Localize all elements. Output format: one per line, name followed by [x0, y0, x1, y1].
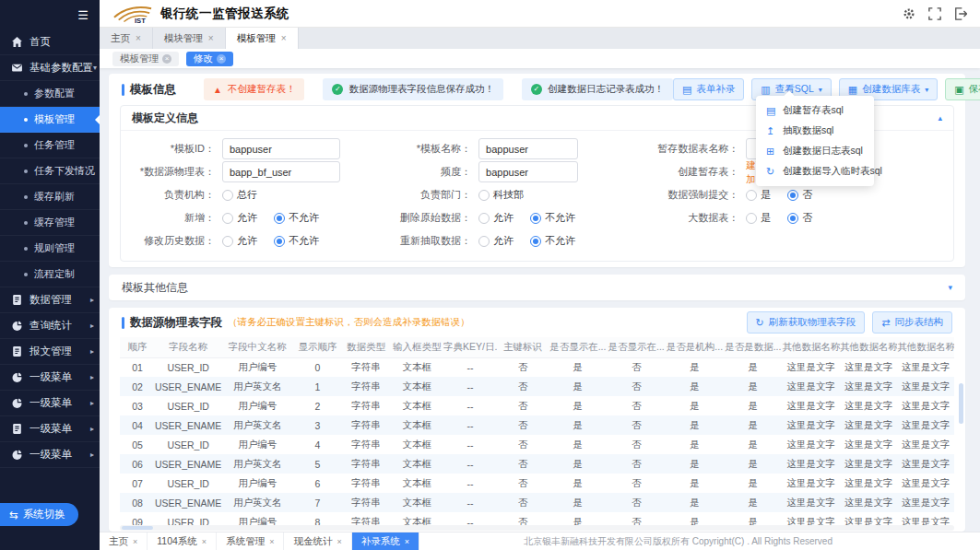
- doc-icon: [11, 423, 23, 435]
- radio-icon[interactable]: [222, 213, 233, 224]
- sidebar-item[interactable]: 一级菜单▸: [0, 442, 100, 468]
- close-icon[interactable]: ×: [405, 537, 409, 546]
- radio-icon[interactable]: [530, 236, 541, 247]
- radio-option[interactable]: 允许: [222, 211, 257, 225]
- sidebar-item[interactable]: 报文管理▸: [0, 339, 100, 365]
- logout-icon[interactable]: [954, 7, 967, 20]
- footer-tab[interactable]: 补录系统×: [352, 532, 419, 550]
- table-row[interactable]: 08USER_ENAME用户英文名7字符串文本框--否是否是是这里是文字这里是文…: [120, 493, 954, 512]
- radio-icon[interactable]: [274, 236, 285, 247]
- form-field: 重新抽取数据：允许不允许: [377, 229, 633, 252]
- radio-icon[interactable]: [746, 190, 757, 201]
- footer-tab[interactable]: 主页×: [100, 532, 148, 550]
- table-row[interactable]: 05USER_ID用户编号4字符串文本框--否是否是是这里是文字这里是文字这里是…: [120, 435, 954, 454]
- radio-option[interactable]: 是: [746, 211, 771, 225]
- radio-option[interactable]: 总行: [222, 188, 257, 202]
- radio-icon[interactable]: [478, 213, 490, 224]
- sidebar-item[interactable]: 流程定制: [0, 262, 100, 287]
- sidebar-item[interactable]: 数据管理▸: [0, 287, 100, 313]
- table-row[interactable]: 03USER_ID用户编号2字符串文本框--否是否是是这里是文字这里是文字这里是…: [120, 396, 954, 415]
- sidebar-item[interactable]: 缓存管理: [0, 210, 100, 236]
- collapse-menu-icon[interactable]: ☰: [0, 0, 100, 29]
- radio-icon[interactable]: [478, 190, 490, 201]
- radio-icon[interactable]: [787, 190, 798, 201]
- close-icon[interactable]: ×: [133, 537, 137, 546]
- sidebar-item[interactable]: 缓存刷新: [0, 184, 100, 210]
- template-name-field[interactable]: [478, 138, 578, 159]
- sidebar-item[interactable]: 任务管理: [0, 133, 100, 158]
- radio-icon[interactable]: [222, 236, 233, 247]
- 同步表结构-button[interactable]: ⇄同步表结构: [872, 311, 952, 334]
- table-row[interactable]: 06USER_ENAME用户英文名5字符串文本框--否是否是是这里是文字这里是文…: [120, 454, 954, 474]
- sidebar-item[interactable]: 模板管理: [0, 107, 100, 133]
- radio-option[interactable]: 否: [787, 188, 812, 202]
- breadcrumb-tag[interactable]: 模板管理×: [112, 52, 179, 66]
- close-icon[interactable]: ×: [136, 33, 141, 43]
- source-table-field[interactable]: [222, 161, 340, 182]
- radio-icon[interactable]: [530, 213, 541, 224]
- sidebar-item[interactable]: 参数配置: [0, 81, 100, 107]
- sidebar-item[interactable]: 首页: [0, 29, 100, 55]
- 保存-button[interactable]: ▣保存▾: [945, 78, 980, 100]
- top-tab[interactable]: 模板管理×: [226, 28, 299, 49]
- table-row[interactable]: 04USER_ENAME用户英文名3字符串文本框--否是否是是这里是文字这里是文…: [120, 415, 954, 435]
- radio-icon[interactable]: [478, 236, 490, 247]
- table-row[interactable]: 02USER_ENAME用户英文名1字符串文本框--否是否是是这里是文字这里是文…: [120, 377, 954, 396]
- dropdown-item[interactable]: ▤创建暂存表sql: [756, 100, 874, 121]
- template-id-field[interactable]: [222, 138, 340, 159]
- radio-option[interactable]: 科技部: [478, 188, 524, 202]
- radio-option[interactable]: 是: [746, 188, 771, 202]
- sidebar-item[interactable]: 一级菜单▸: [0, 365, 100, 391]
- dropdown-item[interactable]: ↥抽取数据sql: [756, 121, 874, 141]
- table-cell: --: [443, 415, 497, 435]
- vertical-scrollbar-thumb[interactable]: [959, 383, 963, 424]
- radio-option[interactable]: 不允许: [274, 211, 319, 225]
- radio-icon[interactable]: [274, 213, 285, 224]
- sidebar-item[interactable]: 一级菜单▸: [0, 416, 100, 442]
- sidebar-item[interactable]: 基础参数配置▾: [0, 55, 100, 81]
- radio-icon[interactable]: [746, 213, 757, 224]
- footer-tab[interactable]: 1104系统×: [148, 532, 217, 550]
- close-icon[interactable]: ×: [281, 33, 287, 43]
- radio-option[interactable]: 不允许: [530, 211, 575, 225]
- frequency-field[interactable]: [478, 161, 578, 182]
- close-icon[interactable]: ×: [337, 537, 341, 546]
- sidebar-item[interactable]: 规则管理: [0, 236, 100, 262]
- radio-option[interactable]: 否: [787, 211, 812, 225]
- collapse-section-icon[interactable]: ▴: [938, 113, 942, 123]
- top-tab[interactable]: 主页×: [100, 28, 153, 49]
- close-icon[interactable]: ×: [208, 33, 214, 43]
- radio-option[interactable]: 允许: [478, 211, 514, 225]
- sidebar-item[interactable]: 查询统计▸: [0, 313, 100, 339]
- close-icon[interactable]: ×: [162, 54, 171, 64]
- 刷新获取物理表字段-button[interactable]: ↻刷新获取物理表字段: [747, 311, 866, 334]
- close-icon[interactable]: ×: [269, 537, 274, 546]
- sidebar-item[interactable]: 任务下发情况: [0, 158, 100, 184]
- breadcrumb-tag[interactable]: 修改×: [186, 52, 233, 66]
- radio-icon[interactable]: [222, 190, 233, 201]
- system-switch-button[interactable]: ⇆ 系统切换: [0, 503, 78, 526]
- dropdown-item[interactable]: ↻创建数据导入临时表sql: [756, 161, 874, 181]
- horizontal-scrollbar-thumb[interactable]: [122, 526, 153, 530]
- radio-option[interactable]: 不允许: [274, 234, 319, 248]
- radio-option[interactable]: 允许: [478, 234, 514, 248]
- other-info-section[interactable]: 模板其他信息 ▾: [109, 275, 965, 300]
- expand-section-icon[interactable]: ▾: [948, 283, 952, 292]
- 表单补录-button[interactable]: ▤表单补录: [673, 78, 744, 100]
- table-row[interactable]: 07USER_ID用户编号6字符串文本框--否是否是是这里是文字这里是文字这里是…: [120, 474, 954, 493]
- table-cell: USER_ENAME: [155, 454, 221, 474]
- sidebar-item[interactable]: 一级菜单▸: [0, 391, 100, 416]
- footer-tab[interactable]: 现金统计×: [284, 532, 351, 550]
- table-row[interactable]: 01USER_ID用户编号0字符串文本框--否是否是是这里是文字这里是文字这里是…: [120, 357, 954, 377]
- field-label: 频度：: [377, 165, 478, 179]
- radio-option[interactable]: 允许: [222, 234, 257, 248]
- fullscreen-icon[interactable]: [928, 7, 941, 20]
- footer-tab[interactable]: 系统管理×: [217, 532, 284, 550]
- radio-icon[interactable]: [787, 213, 798, 224]
- top-tab[interactable]: 模块管理×: [153, 28, 226, 49]
- dropdown-item[interactable]: ⊞创建数据日志表sql: [756, 141, 874, 161]
- radio-option[interactable]: 不允许: [530, 234, 575, 248]
- close-icon[interactable]: ×: [217, 54, 226, 64]
- close-icon[interactable]: ×: [202, 537, 207, 546]
- settings-icon[interactable]: [903, 7, 915, 20]
